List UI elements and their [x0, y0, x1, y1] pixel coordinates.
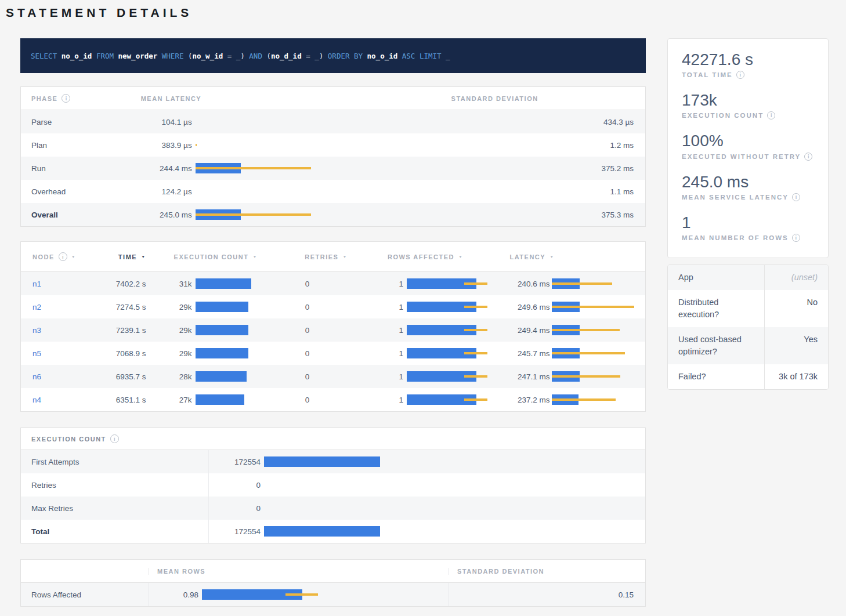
- execution-count-body: First Attempts 172554 Retries 0 Max Retr…: [21, 450, 645, 543]
- sql-statement-box: SELECT no_o_id FROM new_order WHERE (no_…: [20, 38, 646, 73]
- col-latency[interactable]: LATENCY ▼: [500, 253, 645, 260]
- bar-fill: [196, 325, 248, 335]
- stat-value: 100%: [682, 132, 814, 150]
- latency-bar: [196, 117, 439, 127]
- bar-fill: [196, 278, 251, 289]
- info-icon[interactable]: i: [792, 234, 800, 242]
- sql-identifier: no_o_id: [62, 52, 92, 60]
- sql-identifier: no_o_id: [367, 52, 398, 60]
- bar-fill: [196, 371, 247, 382]
- mean-latency-value: 124.2 µs: [141, 187, 192, 196]
- node-link[interactable]: n6: [32, 372, 41, 381]
- node-link[interactable]: n4: [32, 396, 41, 404]
- info-icon[interactable]: i: [804, 153, 812, 161]
- col-retries-label: RETRIES: [305, 253, 338, 260]
- node-link[interactable]: n1: [32, 280, 41, 288]
- time-value: 7239.1 s: [103, 326, 159, 335]
- execution-count-row-label: Max Retries: [21, 504, 208, 513]
- latency-bar: [552, 371, 643, 382]
- rows-affected-value: 1: [373, 349, 403, 358]
- col-rows-affected[interactable]: ROWS AFFECTED ▼: [373, 253, 500, 260]
- execution-count-value: 27k: [159, 396, 192, 404]
- sort-caret-icon: ▼: [458, 255, 463, 259]
- latency-bar: [196, 325, 273, 335]
- property-row: Used cost-based optimizer? Yes: [668, 327, 828, 364]
- std-dev-value: 1.2 ms: [443, 141, 645, 150]
- info-icon[interactable]: i: [792, 193, 800, 201]
- std-dev-value: 1.1 ms: [443, 187, 645, 196]
- property-row: App (unset): [668, 265, 828, 290]
- node-link[interactable]: n3: [32, 326, 41, 335]
- info-icon[interactable]: i: [767, 111, 775, 119]
- phase-label: Plan: [21, 141, 141, 150]
- stat-label: EXECUTION COUNT i: [682, 111, 814, 119]
- col-mean-rows: MEAN ROWS: [148, 568, 448, 575]
- time-value: 7274.5 s: [103, 303, 159, 311]
- sql-plain: _: [446, 52, 450, 60]
- rows-affected-table: MEAN ROWS STANDARD DEVIATION Rows Affect…: [20, 559, 646, 607]
- stat-label-text: MEAN SERVICE LATENCY: [682, 194, 789, 201]
- property-label: App: [668, 265, 764, 290]
- sql-statement: SELECT no_o_id FROM new_order WHERE (no_…: [31, 52, 450, 60]
- node-row: n1 7402.2 s 31k 0 1 240.6 ms: [21, 272, 645, 295]
- phase-row: Plan 383.9 µs 1.2 ms: [21, 133, 645, 157]
- info-icon[interactable]: i: [736, 71, 744, 79]
- bar-fill: [196, 394, 244, 405]
- bar-stddev-line: [552, 282, 612, 285]
- sql-plain: [397, 52, 402, 60]
- execution-count-row: Total 172554: [21, 520, 645, 543]
- bar-stddev-line: [552, 375, 620, 378]
- node-table-header: NODE i ▼ TIME ▼ EXECUTION COUNT ▼ RETRIE…: [21, 242, 645, 272]
- property-value: (unset): [764, 265, 828, 290]
- stat-label: MEAN SERVICE LATENCY i: [682, 193, 814, 201]
- latency-bar: [264, 503, 644, 513]
- latency-bar: [264, 526, 644, 537]
- rows-affected-header: MEAN ROWS STANDARD DEVIATION: [21, 560, 645, 583]
- retries-value: 0: [276, 372, 309, 381]
- bar-stddev-line: [552, 398, 616, 401]
- col-mean-latency: MEAN LATENCY: [141, 95, 443, 102]
- col-retries[interactable]: RETRIES ▼: [276, 253, 373, 260]
- mean-latency-value: 245.0 ms: [141, 211, 192, 219]
- sql-plain: = _): [223, 52, 249, 60]
- phase-row: Overall 245.0 ms 375.3 ms: [21, 203, 645, 226]
- page-title: STATEMENT DETAILS: [6, 6, 846, 20]
- rows-affected-value: 1: [373, 280, 403, 288]
- phase-label: Run: [21, 164, 141, 173]
- bar-stddev-line: [464, 352, 487, 354]
- col-execution-count[interactable]: EXECUTION COUNT ▼: [159, 253, 277, 260]
- node-link[interactable]: n5: [32, 349, 41, 358]
- sort-caret-icon: ▼: [252, 255, 257, 259]
- col-time-label: TIME: [118, 253, 137, 260]
- execution-count-value: 31k: [159, 280, 192, 288]
- sort-caret-icon: ▼: [141, 255, 146, 259]
- std-dev-value: 434.3 µs: [443, 118, 645, 126]
- mean-latency-value: 244.4 ms: [141, 164, 192, 173]
- summary-stat: 100% EXECUTED WITHOUT RETRY i: [682, 132, 814, 160]
- execution-count-row-value: 172554: [209, 458, 261, 466]
- latency-bar: [196, 302, 273, 312]
- phase-row: Overhead 124.2 µs 1.1 ms: [21, 180, 645, 203]
- latency-bar: [407, 302, 498, 312]
- latency-bar: [196, 140, 439, 150]
- sidebar: 42271.6 s TOTAL TIME i 173k EXECUTION CO…: [667, 38, 829, 607]
- info-icon[interactable]: i: [110, 434, 119, 443]
- sql-identifier: new_order: [118, 52, 158, 60]
- node-table-body: n1 7402.2 s 31k 0 1 240.6 ms n2 7274.5 s…: [21, 272, 645, 411]
- time-value: 7068.9 s: [103, 349, 159, 358]
- execution-count-table: EXECUTION COUNT i First Attempts 172554 …: [20, 427, 646, 543]
- col-time[interactable]: TIME ▼: [103, 253, 159, 260]
- property-label: Used cost-based optimizer?: [668, 327, 764, 364]
- summary-stat: 1 MEAN NUMBER OF ROWS i: [682, 213, 814, 242]
- stat-label-text: EXECUTED WITHOUT RETRY: [682, 153, 801, 160]
- col-node[interactable]: NODE i ▼: [21, 252, 103, 261]
- execution-count-row: First Attempts 172554: [21, 450, 645, 473]
- latency-bar: [552, 325, 643, 335]
- bar-stddev-line: [552, 306, 634, 308]
- sort-caret-icon: ▼: [342, 255, 347, 259]
- node-link[interactable]: n2: [32, 303, 41, 311]
- info-icon[interactable]: i: [62, 94, 70, 103]
- time-value: 7402.2 s: [103, 280, 159, 288]
- latency-bar: [552, 302, 643, 312]
- info-icon[interactable]: i: [59, 252, 67, 261]
